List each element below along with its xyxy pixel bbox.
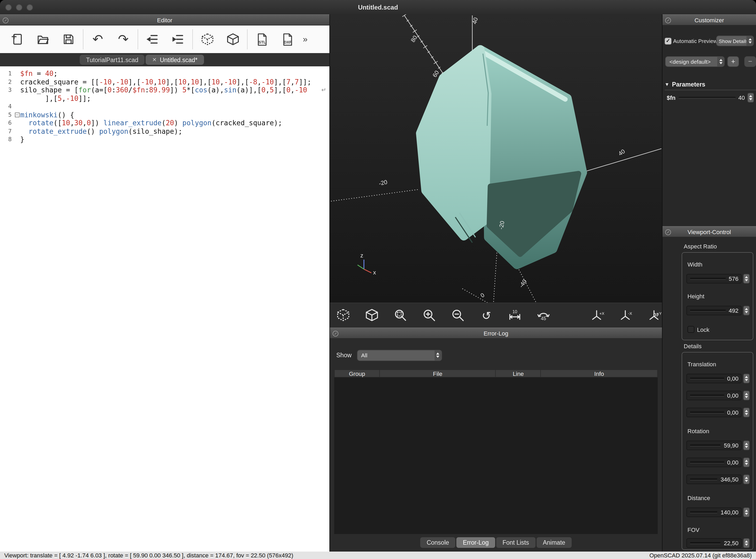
code-editor[interactable]: 1$fn = 40;2cracked_square = [[-10,-10],[… bbox=[0, 66, 329, 552]
rotation-z-value: 346,50 bbox=[721, 476, 741, 483]
undo-button[interactable]: ↶ bbox=[88, 29, 108, 49]
code-line[interactable]: 5−minkowski() { bbox=[0, 111, 329, 119]
export-dxf-button[interactable]: DXF bbox=[277, 29, 298, 49]
show-details-dropdown[interactable]: Show Details bbox=[716, 36, 754, 46]
translation-y-input[interactable]: 0,00 bbox=[686, 391, 742, 400]
log-column-group[interactable]: Group bbox=[335, 370, 380, 377]
tab-close-icon[interactable]: ✕ bbox=[152, 57, 157, 63]
editor-tab-tutorialpart11-scad[interactable]: TutorialPart11.scad bbox=[80, 55, 145, 65]
rotation-x-stepper[interactable] bbox=[743, 441, 750, 450]
code-line[interactable]: ],[5,-10]]; bbox=[0, 94, 329, 103]
fold-marker-icon[interactable]: − bbox=[14, 111, 20, 119]
redo-button[interactable]: ↷ bbox=[113, 29, 133, 49]
undock-icon[interactable] bbox=[332, 331, 339, 337]
preview-button[interactable] bbox=[197, 29, 217, 49]
details-group: Translation 0,00 0,00 0,00 Rotation 59,9… bbox=[682, 352, 753, 550]
code-line[interactable]: 3silo_shape = [for(a=[0:360/$fn:89.99]) … bbox=[0, 86, 329, 94]
undock-icon[interactable] bbox=[665, 229, 671, 235]
render-button[interactable] bbox=[223, 29, 243, 49]
parameter-slider[interactable] bbox=[678, 97, 736, 99]
fov-input[interactable]: 22,50 bbox=[686, 538, 742, 548]
unindent-button[interactable] bbox=[143, 29, 163, 49]
parameters-section-header[interactable]: ▼ Parameters bbox=[665, 79, 756, 90]
indent-button[interactable] bbox=[168, 29, 188, 49]
design-preset-dropdown[interactable]: <design default> bbox=[665, 56, 725, 67]
view-axis-plus-x-button[interactable]: +X bbox=[589, 307, 605, 323]
code-line[interactable]: 7 rotate_extrude() polygon(silo_shape); bbox=[0, 127, 329, 135]
rotation-y-stepper[interactable] bbox=[743, 457, 750, 467]
parameter-stepper[interactable] bbox=[748, 93, 754, 103]
fov-stepper[interactable] bbox=[743, 538, 750, 548]
height-value: 492 bbox=[729, 307, 741, 314]
undock-icon[interactable] bbox=[665, 18, 671, 23]
height-stepper[interactable] bbox=[743, 306, 750, 315]
remove-preset-button[interactable]: − bbox=[744, 56, 756, 67]
toolbar-overflow-icon[interactable]: » bbox=[303, 35, 308, 44]
export-stl-button[interactable]: STL bbox=[252, 29, 272, 49]
log-column-file[interactable]: File bbox=[380, 370, 496, 377]
code-line[interactable]: 6 rotate([10,30,0]) linear_extrude(20) p… bbox=[0, 119, 329, 127]
automatic-preview-checkbox[interactable]: ✓ bbox=[665, 38, 671, 44]
zoom-out-button[interactable] bbox=[450, 307, 466, 323]
code-line[interactable]: 2cracked_square = [[-10,-10],[-10,10],[1… bbox=[0, 78, 329, 86]
status-bar: Viewport: translate = [ 4.92 -1.74 6.03 … bbox=[0, 552, 756, 559]
line-number: 1 bbox=[0, 70, 14, 78]
undo-icon: ↶ bbox=[92, 33, 103, 46]
tab-error-log[interactable]: Error-Log bbox=[457, 537, 495, 548]
title-bar: Untitled.scad bbox=[0, 0, 756, 15]
fold-column bbox=[14, 103, 20, 111]
code-line[interactable]: 4 bbox=[0, 103, 329, 111]
view-distance-button[interactable]: 10 bbox=[507, 307, 523, 323]
vp-render-button[interactable] bbox=[364, 307, 380, 323]
slider-groove bbox=[690, 278, 726, 280]
new-file-button[interactable] bbox=[7, 29, 28, 49]
code-line[interactable]: 1$fn = 40; bbox=[0, 70, 329, 78]
3d-viewport[interactable] bbox=[330, 14, 662, 303]
status-viewport-info: Viewport: translate = [ 4.92 -1.74 6.03 … bbox=[4, 552, 293, 558]
rotation-y-input[interactable]: 0,00 bbox=[686, 457, 742, 467]
width-label: Width bbox=[688, 261, 703, 268]
tab-console[interactable]: Console bbox=[420, 537, 455, 548]
editor-tab-bar: TutorialPart11.scad✕Untitled.scad* bbox=[0, 53, 329, 67]
log-column-line[interactable]: Line bbox=[496, 370, 541, 377]
slider-groove bbox=[690, 461, 724, 464]
zoom-in-button[interactable] bbox=[421, 307, 437, 323]
vp-preview-button[interactable] bbox=[335, 307, 351, 323]
distance-stepper[interactable] bbox=[743, 508, 750, 517]
log-table-body[interactable] bbox=[334, 377, 658, 534]
rotate-45-button[interactable]: 45 bbox=[536, 307, 552, 323]
translation-label: Translation bbox=[688, 361, 716, 367]
log-column-info[interactable]: Info bbox=[541, 370, 657, 377]
translation-y-stepper[interactable] bbox=[743, 391, 750, 400]
editor-tab-untitled-scad-[interactable]: ✕Untitled.scad* bbox=[146, 55, 204, 65]
code-line[interactable]: 8} bbox=[0, 135, 329, 143]
open-file-button[interactable] bbox=[33, 29, 53, 49]
zoom-all-button[interactable] bbox=[393, 307, 409, 323]
reset-view-button[interactable]: ↺ bbox=[478, 307, 494, 323]
translation-x-stepper[interactable] bbox=[743, 374, 750, 383]
translation-z-input[interactable]: 0,00 bbox=[686, 408, 742, 417]
height-input[interactable]: 492 bbox=[686, 306, 742, 315]
log-filter-dropdown[interactable]: All bbox=[357, 350, 442, 361]
view-axis-minus-x-button[interactable]: -X bbox=[617, 307, 633, 323]
vp-render-cube-icon bbox=[364, 308, 379, 323]
rotation-x-input[interactable]: 59,90 bbox=[686, 441, 742, 450]
parameter-value[interactable]: 40 bbox=[738, 94, 745, 101]
lock-checkbox[interactable]: ✓ bbox=[688, 326, 694, 333]
translation-x-input[interactable]: 0,00 bbox=[686, 374, 742, 383]
rotation-z-stepper[interactable] bbox=[743, 475, 750, 484]
distance-label: Distance bbox=[688, 495, 710, 501]
add-preset-button[interactable]: + bbox=[727, 56, 739, 67]
distance-input[interactable]: 140,00 bbox=[686, 508, 742, 517]
width-stepper[interactable] bbox=[743, 274, 750, 284]
save-button[interactable] bbox=[59, 29, 79, 49]
vp-toolbar-overflow-icon[interactable]: » bbox=[654, 310, 659, 319]
code-text: minkowski() { bbox=[20, 111, 74, 119]
undock-icon[interactable] bbox=[3, 18, 8, 23]
tab-animate[interactable]: Animate bbox=[536, 537, 571, 548]
translation-z-stepper[interactable] bbox=[743, 408, 750, 417]
rotation-z-input[interactable]: 346,50 bbox=[686, 475, 742, 484]
tab-font-lists[interactable]: Font Lists bbox=[496, 537, 536, 548]
aspect-ratio-label: Aspect Ratio bbox=[684, 243, 717, 249]
width-input[interactable]: 576 bbox=[686, 274, 742, 284]
